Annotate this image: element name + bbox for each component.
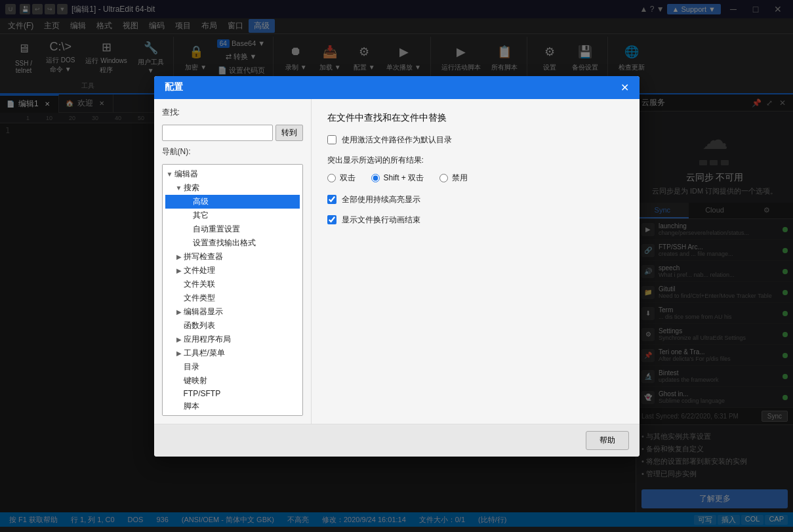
node-label-spell: 拼写检查器	[184, 251, 223, 262]
modal-search-input[interactable]	[162, 125, 273, 141]
modal-header: 配置 ✕	[154, 76, 640, 99]
modal-content: 在文件中查找和在文件中替换 使用激活文件路径作为默认目录 突出显示所选词的所有结…	[312, 99, 640, 424]
tree-node-file-type[interactable]: 文件类型	[165, 291, 300, 305]
tree-node-keymap[interactable]: 键映射	[165, 374, 300, 388]
node-label-toolbar: 工具栏/菜单	[184, 348, 225, 359]
toggle-editor-display: ▶	[174, 308, 184, 316]
config-modal: 配置 ✕ 查找: 转到 导航(N): ▼ 编辑器	[154, 76, 640, 457]
help-button[interactable]: 帮助	[586, 431, 629, 450]
modal-sidebar: 查找: 转到 导航(N): ▼ 编辑器 ▼ 搜索	[154, 99, 312, 424]
node-label-keymap: 键映射	[184, 375, 207, 386]
checkbox3-row: 显示文件换行动画结束	[327, 215, 624, 226]
checkbox3-label: 显示文件换行动画结束	[342, 215, 420, 226]
tree-node-other[interactable]: 其它	[165, 209, 300, 222]
modal-body: 查找: 转到 导航(N): ▼ 编辑器 ▼ 搜索	[154, 99, 640, 424]
tree-node-template[interactable]: 模板	[165, 413, 300, 416]
checkbox2-label: 全部使用持续高亮显示	[342, 194, 420, 205]
checkbox1[interactable]	[327, 135, 336, 144]
search-row: 转到	[162, 125, 303, 141]
tree-node-spell[interactable]: ▶ 拼写检查器	[165, 250, 300, 264]
node-label-ftp: FTP/SFTP	[184, 389, 221, 398]
toggle-advanced	[184, 198, 193, 205]
modal-overlay: 配置 ✕ 查找: 转到 导航(N): ▼ 编辑器	[0, 0, 793, 532]
radio-double[interactable]	[327, 174, 336, 182]
tree-node-auto-reset[interactable]: 自动重置设置	[165, 222, 300, 236]
tree-node-advanced[interactable]: 高级	[165, 195, 300, 209]
toggle-app-layout: ▶	[174, 336, 184, 343]
toggle-file-type	[174, 295, 184, 302]
node-label-editor: 编辑器	[174, 169, 198, 180]
toggle-ftp	[174, 390, 184, 397]
node-label-template: 模板	[184, 415, 199, 416]
node-label-dir: 目录	[184, 361, 199, 373]
toggle-script	[174, 403, 184, 410]
checkbox1-row: 使用激活文件路径作为默认目录	[327, 134, 624, 146]
toggle-file-process: ▶	[174, 267, 184, 274]
tree-node-search[interactable]: ▼ 搜索	[165, 181, 300, 195]
tree-node-dir[interactable]: 目录	[165, 360, 300, 374]
node-label-func-list: 函数列表	[184, 320, 215, 331]
toggle-func-list	[174, 322, 184, 329]
tree-node-func-list[interactable]: 函数列表	[165, 319, 300, 333]
modal-footer: 帮助	[154, 424, 640, 457]
goto-button[interactable]: 转到	[275, 125, 303, 141]
node-label-editor-display: 编辑器显示	[184, 306, 223, 317]
tree-node-toolbar[interactable]: ▶ 工具栏/菜单	[165, 346, 300, 360]
toggle-toolbar: ▶	[174, 350, 184, 357]
node-label-search: 搜索	[184, 182, 199, 194]
radio-disable-text: 禁用	[452, 173, 468, 184]
tree-node-file-process[interactable]: ▶ 文件处理	[165, 264, 300, 277]
tree-node-app-layout[interactable]: ▶ 应用程序布局	[165, 333, 300, 346]
checkbox1-label: 使用激活文件路径作为默认目录	[342, 134, 452, 146]
modal-title: 配置	[165, 81, 183, 93]
toggle-file-assoc	[174, 281, 184, 288]
toggle-dir	[174, 363, 184, 371]
toggle-spell: ▶	[174, 253, 184, 260]
radio-double-label[interactable]: 双击	[327, 173, 356, 184]
node-label-auto-reset: 自动重置设置	[193, 224, 240, 235]
radio-disable[interactable]	[439, 174, 448, 182]
toggle-keymap	[174, 377, 184, 384]
checkbox2-row: 全部使用持续高亮显示	[327, 194, 624, 205]
tree-node-ftp[interactable]: FTP/SFTP	[165, 388, 300, 399]
tree-node-editor-display[interactable]: ▶ 编辑器显示	[165, 305, 300, 319]
tree-node-file-assoc[interactable]: 文件关联	[165, 277, 300, 291]
node-label-find-format: 设置查找输出格式	[193, 237, 256, 249]
toggle-find-format	[184, 239, 193, 247]
node-label-other: 其它	[193, 210, 209, 221]
nav-tree: ▼ 编辑器 ▼ 搜索 高级	[162, 164, 303, 416]
radio-disable-label[interactable]: 禁用	[439, 173, 468, 184]
nav-label: 导航(N):	[162, 146, 303, 157]
node-label-advanced: 高级	[193, 196, 209, 207]
node-label-script: 脚本	[184, 401, 199, 412]
node-label-app-layout: 应用程序布局	[184, 334, 231, 345]
radio-shift-double-text: Shift + 双击	[384, 173, 424, 184]
checkbox3[interactable]	[327, 215, 336, 224]
radio-double-text: 双击	[340, 173, 356, 184]
radio-group: 双击 Shift + 双击 禁用	[327, 173, 624, 184]
node-label-file-process: 文件处理	[184, 265, 215, 276]
node-label-file-assoc: 文件关联	[184, 279, 215, 290]
checkbox2[interactable]	[327, 195, 336, 204]
node-label-file-type: 文件类型	[184, 293, 215, 304]
search-label: 查找:	[162, 107, 303, 118]
toggle-auto-reset	[184, 226, 193, 233]
radio-shift-double[interactable]	[371, 174, 380, 182]
toggle-other	[184, 212, 193, 219]
modal-close-button[interactable]: ✕	[620, 81, 629, 94]
toggle-editor: ▼	[165, 171, 174, 178]
toggle-search: ▼	[174, 184, 184, 192]
tree-node-script[interactable]: 脚本	[165, 399, 300, 413]
tree-node-find-format[interactable]: 设置查找输出格式	[165, 236, 300, 250]
subsection-title: 突出显示所选词的所有结果:	[327, 155, 624, 166]
tree-node-editor[interactable]: ▼ 编辑器	[165, 167, 300, 181]
radio-shift-double-label[interactable]: Shift + 双击	[371, 173, 424, 184]
section-title: 在文件中查找和在文件中替换	[327, 112, 624, 124]
